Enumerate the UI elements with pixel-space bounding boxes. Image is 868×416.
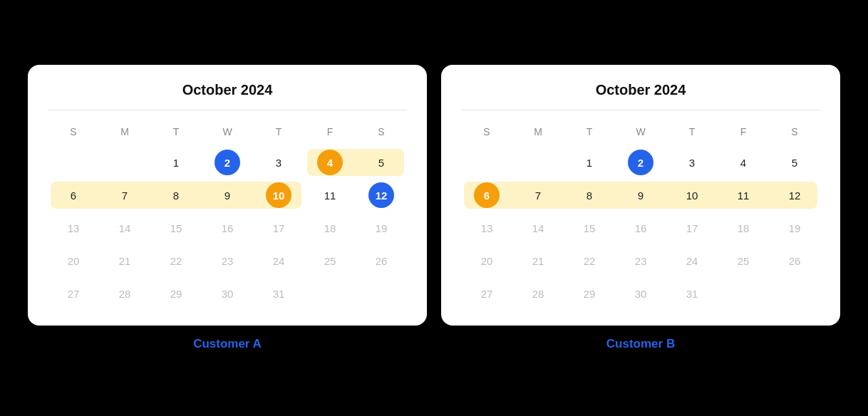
- calendar-title: October 2024: [461, 82, 820, 98]
- day-header: T: [666, 122, 718, 142]
- day-cell[interactable]: 3: [253, 147, 304, 177]
- day-cell[interactable]: 19: [356, 213, 407, 243]
- day-header: F: [718, 122, 769, 142]
- day-cell[interactable]: 13: [48, 213, 99, 243]
- day-header: F: [304, 122, 356, 142]
- day-cell[interactable]: 28: [512, 279, 564, 308]
- day-cell[interactable]: 14: [512, 213, 564, 243]
- day-cell: [99, 147, 150, 177]
- day-cell[interactable]: 18: [304, 213, 356, 243]
- day-cell[interactable]: 2: [202, 147, 253, 177]
- day-cell: [718, 279, 769, 308]
- day-cell[interactable]: 25: [304, 246, 356, 276]
- day-cell[interactable]: 24: [253, 246, 304, 276]
- day-cell[interactable]: 17: [253, 213, 304, 243]
- day-cell[interactable]: 12: [769, 180, 820, 210]
- week-row: 13141516171819: [461, 213, 820, 243]
- calendar-title: October 2024: [48, 82, 407, 98]
- day-cell[interactable]: 2: [615, 147, 666, 177]
- day-header: S: [48, 122, 99, 142]
- calendars-wrapper: October 2024SMTWTFS123456789101112131415…: [14, 51, 854, 365]
- customer-label: Customer A: [193, 337, 262, 351]
- week-row: 2728293031: [461, 279, 820, 308]
- day-cell: [769, 279, 820, 308]
- day-header: M: [99, 122, 150, 142]
- day-cell[interactable]: 6: [461, 180, 512, 210]
- day-cell[interactable]: 21: [99, 246, 150, 276]
- day-cell[interactable]: 28: [99, 279, 150, 308]
- day-cell[interactable]: 22: [150, 246, 202, 276]
- day-cell[interactable]: 10: [666, 180, 718, 210]
- calendar-customer-a: October 2024SMTWTFS123456789101112131415…: [28, 65, 427, 326]
- day-cell[interactable]: 1: [150, 147, 202, 177]
- day-cell[interactable]: 9: [615, 180, 666, 210]
- day-cell[interactable]: 27: [461, 279, 512, 308]
- day-cell[interactable]: 8: [150, 180, 202, 210]
- day-cell[interactable]: 14: [99, 213, 150, 243]
- day-cell[interactable]: 27: [48, 279, 99, 308]
- day-cell[interactable]: 30: [202, 279, 253, 308]
- day-cell[interactable]: 21: [512, 246, 564, 276]
- week-row: 12345: [461, 147, 820, 177]
- calendar-container-customer-b: October 2024SMTWTFS123456789101112131415…: [441, 65, 840, 351]
- day-cell[interactable]: 16: [615, 213, 666, 243]
- day-cell[interactable]: 17: [666, 213, 718, 243]
- calendar-customer-b: October 2024SMTWTFS123456789101112131415…: [441, 65, 840, 326]
- day-cell[interactable]: 5: [356, 147, 407, 177]
- week-row: 20212223242526: [48, 246, 407, 276]
- day-header: T: [150, 122, 202, 142]
- day-cell[interactable]: 4: [718, 147, 769, 177]
- week-row: 12345: [48, 147, 407, 177]
- day-cell[interactable]: 8: [564, 180, 615, 210]
- customer-label: Customer B: [606, 337, 675, 351]
- day-cell[interactable]: 23: [202, 246, 253, 276]
- day-cell[interactable]: 7: [512, 180, 564, 210]
- day-cell[interactable]: 20: [461, 246, 512, 276]
- week-row: 6789101112: [48, 180, 407, 210]
- calendar-grid-wrapper: SMTWTFS123456789101112131415161718192021…: [461, 122, 820, 308]
- day-cell[interactable]: 22: [564, 246, 615, 276]
- day-cell[interactable]: 7: [99, 180, 150, 210]
- day-cell: [461, 147, 512, 177]
- day-cell[interactable]: 31: [253, 279, 304, 308]
- day-header: M: [512, 122, 564, 142]
- week-row: 13141516171819: [48, 213, 407, 243]
- day-cell[interactable]: 1: [564, 147, 615, 177]
- day-cell[interactable]: 16: [202, 213, 253, 243]
- day-cell[interactable]: 11: [718, 180, 769, 210]
- day-cell[interactable]: 4: [304, 147, 356, 177]
- week-row: 20212223242526: [461, 246, 820, 276]
- day-cell[interactable]: 30: [615, 279, 666, 308]
- week-row: 6789101112: [461, 180, 820, 210]
- day-header: T: [253, 122, 304, 142]
- day-cell[interactable]: 13: [461, 213, 512, 243]
- day-cell[interactable]: 29: [564, 279, 615, 308]
- day-cell[interactable]: 29: [150, 279, 202, 308]
- day-header: S: [356, 122, 407, 142]
- week-row: 2728293031: [48, 279, 407, 308]
- day-cell[interactable]: 18: [718, 213, 769, 243]
- day-cell[interactable]: 26: [356, 246, 407, 276]
- day-cell[interactable]: 10: [253, 180, 304, 210]
- day-header: W: [615, 122, 666, 142]
- day-cell[interactable]: 15: [150, 213, 202, 243]
- day-cell[interactable]: 12: [356, 180, 407, 210]
- day-cell[interactable]: 25: [718, 246, 769, 276]
- day-cell[interactable]: 6: [48, 180, 99, 210]
- day-cell[interactable]: 3: [666, 147, 718, 177]
- day-cell[interactable]: 11: [304, 180, 356, 210]
- calendar-grid-wrapper: SMTWTFS123456789101112131415161718192021…: [48, 122, 407, 308]
- day-cell: [512, 147, 564, 177]
- day-cell[interactable]: 24: [666, 246, 718, 276]
- day-cell[interactable]: 31: [666, 279, 718, 308]
- day-cell[interactable]: 5: [769, 147, 820, 177]
- day-header: S: [461, 122, 512, 142]
- day-cell[interactable]: 23: [615, 246, 666, 276]
- day-cell: [48, 147, 99, 177]
- day-cell[interactable]: 20: [48, 246, 99, 276]
- day-cell[interactable]: 9: [202, 180, 253, 210]
- day-cell: [356, 279, 407, 308]
- day-cell[interactable]: 19: [769, 213, 820, 243]
- day-cell[interactable]: 15: [564, 213, 615, 243]
- day-cell[interactable]: 26: [769, 246, 820, 276]
